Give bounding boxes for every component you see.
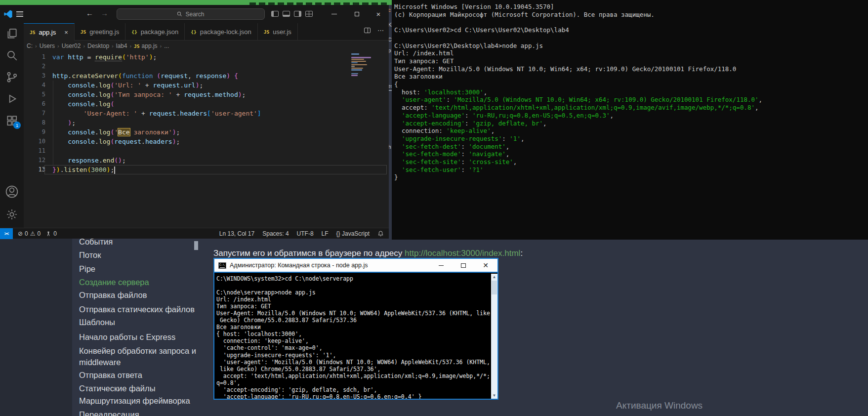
sidebar-item[interactable]: Переадресация: [79, 409, 204, 416]
code-line-10[interactable]: console.log(request.headers);: [52, 137, 387, 146]
tutorial-paragraph: Запустим его и обратимся в браузере по а…: [213, 249, 523, 258]
breadcrumb-item[interactable]: ...: [164, 42, 169, 49]
tab-actions: ⋯: [364, 28, 384, 33]
extensions-icon[interactable]: 1: [5, 114, 18, 127]
sidebar-item[interactable]: Создание сервера: [79, 277, 204, 288]
tab-package.json[interactable]: {}package.json: [125, 23, 185, 41]
errors-icon: ⊘: [18, 230, 23, 237]
tab-greeting.js[interactable]: JSgreeting.js: [75, 23, 125, 41]
vscode-titlebar: ← → Search ×: [0, 5, 389, 23]
line-number: 11: [24, 146, 45, 156]
nav-forward-icon[interactable]: →: [101, 9, 108, 17]
cmd-minimize-icon: [434, 259, 449, 272]
notifications-bell-icon[interactable]: [377, 230, 384, 237]
sidebar-scrollbar-thumb[interactable]: [194, 241, 198, 250]
sidebar-item[interactable]: Конвейер обработки запроса и middleware: [79, 345, 204, 368]
tab-package-lock.json[interactable]: {}package-lock.json: [185, 23, 258, 41]
nav-back-icon[interactable]: ←: [86, 9, 93, 17]
split-editor-icon[interactable]: [364, 28, 371, 33]
language-mode[interactable]: {} JavaScript: [336, 230, 370, 237]
ports-indicator[interactable]: 0: [45, 230, 57, 237]
tab-close-icon[interactable]: ×: [64, 29, 68, 36]
chevron-separator: ›: [35, 43, 37, 49]
localhost-link[interactable]: http://localhost:3000/index.html: [405, 249, 520, 258]
cmd-scroll-down-icon: ▼: [491, 392, 497, 399]
code-line-13[interactable]: }).listen(3000);: [44, 165, 387, 174]
source-control-icon[interactable]: [5, 71, 18, 83]
json-file-icon: {}: [131, 29, 137, 35]
sidebar-item[interactable]: Шаблоны: [79, 317, 204, 328]
code-line-5[interactable]: console.log('Тип запроса: ' + request.me…: [52, 90, 387, 99]
code-line-11[interactable]: [52, 146, 387, 156]
sidebar-item[interactable]: Отправка файлов: [79, 290, 204, 301]
warnings-count: 0: [38, 230, 41, 237]
status-bar: >< ⊘ 0 ⚠ 0 0 Ln 13, Col 17 Spaces: 4 UTF…: [0, 228, 389, 239]
code-content[interactable]: var http = require('http');http.createSe…: [52, 52, 387, 174]
encoding[interactable]: UTF-8: [297, 230, 314, 237]
code-line-2[interactable]: [52, 62, 387, 71]
indentation[interactable]: Spaces: 4: [262, 230, 289, 237]
sidebar-item[interactable]: Маршрутизация фреймворка: [79, 395, 204, 407]
breadcrumb-item[interactable]: JSapp.js: [134, 42, 157, 49]
line-number: 10: [24, 137, 45, 146]
sidebar-item[interactable]: Статические файлы: [79, 383, 204, 394]
cursor-position[interactable]: Ln 13, Col 17: [219, 230, 254, 237]
explorer-icon[interactable]: [5, 27, 18, 40]
eol-sequence[interactable]: LF: [322, 230, 329, 237]
line-number: 9: [24, 127, 45, 137]
customize-layout-icon[interactable]: [305, 11, 313, 17]
screen: СобытияПотокPipeСоздание сервераОтправка…: [0, 0, 868, 416]
account-icon[interactable]: [5, 185, 18, 198]
search-sidebar-icon[interactable]: [5, 49, 18, 62]
code-line-9[interactable]: console.log('Все заголовки');: [52, 127, 387, 137]
tab-app.js[interactable]: JSapp.js×: [24, 23, 75, 41]
toggle-secondary-sidebar-icon[interactable]: [294, 11, 301, 17]
breadcrumb-item[interactable]: lab4: [116, 42, 127, 49]
command-center-search[interactable]: Search: [117, 8, 265, 20]
cmd-console-output: C:\WINDOWS\system32>cd C:\node\serverapp…: [214, 274, 491, 399]
line-number: 3: [24, 71, 45, 81]
chevron-separator: ›: [129, 43, 131, 49]
cmd-scroll-up-icon: ▲: [491, 274, 497, 280]
sidebar-item[interactable]: Поток: [79, 250, 204, 261]
breadcrumb-item[interactable]: C:: [27, 42, 33, 49]
windows-activation-watermark: Активация Windows: [616, 400, 703, 411]
settings-gear-icon[interactable]: [5, 208, 18, 221]
minimap[interactable]: [351, 53, 382, 77]
problems-indicator[interactable]: ⊘ 0 ⚠ 0: [18, 230, 41, 237]
toggle-panel-icon[interactable]: [283, 11, 290, 17]
vscode-window: ← → Search × JSapp.js×JSgreeting.js{}pac…: [0, 5, 389, 239]
code-line-6[interactable]: console.log(: [52, 99, 387, 109]
code-line-3[interactable]: http.createServer(function (request, res…: [52, 71, 387, 81]
clipped-page-text: c: [389, 7, 391, 13]
chevron-separator: ›: [160, 43, 162, 49]
tab-label: package-lock.json: [200, 28, 251, 36]
more-actions-icon[interactable]: ⋯: [377, 28, 384, 33]
code-editor[interactable]: 12345678910111213 var http = require('ht…: [24, 51, 389, 228]
line-number-gutter[interactable]: 12345678910111213: [24, 52, 45, 174]
breadcrumb-item[interactable]: Users: [40, 42, 55, 49]
code-line-7[interactable]: 'User-Agent: ' + request.headers['user-a…: [52, 109, 387, 118]
windows-terminal[interactable]: Microsoft Windows [Version 10.0.19045.35…: [392, 0, 868, 240]
sidebar-item[interactable]: Pipe: [79, 263, 204, 275]
window-close-button[interactable]: ×: [373, 9, 383, 19]
sidebar-item[interactable]: Начало работы с Express: [79, 332, 204, 343]
breadcrumb-item[interactable]: Desktop: [87, 42, 109, 49]
tab-user.js[interactable]: JSuser.js: [258, 23, 298, 41]
window-maximize-button[interactable]: [352, 9, 362, 19]
window-minimize-button[interactable]: [329, 9, 339, 19]
search-placeholder: Search: [185, 11, 204, 18]
code-line-4[interactable]: console.log('Url: ' + request.url);: [52, 81, 387, 90]
chevron-separator: ›: [57, 43, 59, 49]
remote-indicator[interactable]: ><: [0, 228, 13, 239]
code-line-1[interactable]: var http = require('http');: [52, 52, 387, 62]
sidebar-item[interactable]: Отправка ответа: [79, 370, 204, 381]
run-debug-icon[interactable]: [5, 92, 18, 105]
breadcrumb[interactable]: C:›Users›User02›Desktop›lab4›JSapp.js›..…: [27, 41, 169, 51]
menu-icon[interactable]: [16, 11, 23, 17]
toggle-sidebar-icon[interactable]: [271, 11, 279, 17]
breadcrumb-item[interactable]: User02: [62, 42, 81, 49]
code-line-12[interactable]: response.end();: [52, 156, 387, 165]
code-line-8[interactable]: );: [52, 118, 387, 127]
sidebar-item[interactable]: Отправка статических файлов: [79, 304, 204, 315]
